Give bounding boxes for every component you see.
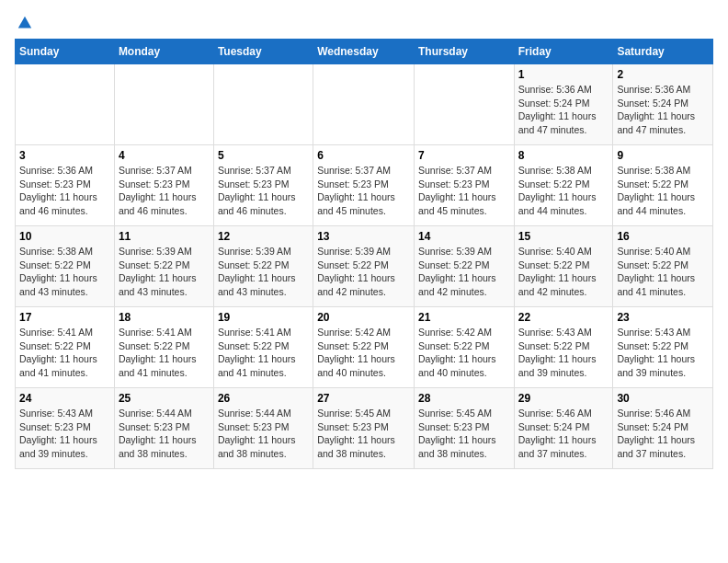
day-info: Sunrise: 5:38 AM Sunset: 5:22 PM Dayligh… xyxy=(518,164,609,218)
calendar-week-row: 10Sunrise: 5:38 AM Sunset: 5:22 PM Dayli… xyxy=(16,226,713,307)
day-info: Sunrise: 5:39 AM Sunset: 5:22 PM Dayligh… xyxy=(317,245,410,299)
day-info: Sunrise: 5:46 AM Sunset: 5:24 PM Dayligh… xyxy=(617,407,709,461)
day-number: 20 xyxy=(317,311,410,324)
day-info: Sunrise: 5:45 AM Sunset: 5:23 PM Dayligh… xyxy=(317,407,410,461)
calendar-cell: 27Sunrise: 5:45 AM Sunset: 5:23 PM Dayli… xyxy=(313,388,415,469)
day-number: 11 xyxy=(119,230,210,243)
calendar-cell: 9Sunrise: 5:38 AM Sunset: 5:22 PM Daylig… xyxy=(613,145,713,226)
day-info: Sunrise: 5:38 AM Sunset: 5:22 PM Dayligh… xyxy=(617,164,709,218)
day-number: 26 xyxy=(218,392,309,405)
day-number: 5 xyxy=(218,149,309,162)
calendar-cell xyxy=(313,64,415,145)
day-info: Sunrise: 5:41 AM Sunset: 5:22 PM Dayligh… xyxy=(19,326,110,380)
calendar-cell: 4Sunrise: 5:37 AM Sunset: 5:23 PM Daylig… xyxy=(114,145,213,226)
calendar-cell: 30Sunrise: 5:46 AM Sunset: 5:24 PM Dayli… xyxy=(613,388,713,469)
day-number: 13 xyxy=(317,230,410,243)
day-info: Sunrise: 5:40 AM Sunset: 5:22 PM Dayligh… xyxy=(617,245,709,299)
calendar-cell: 14Sunrise: 5:39 AM Sunset: 5:22 PM Dayli… xyxy=(414,226,514,307)
day-info: Sunrise: 5:40 AM Sunset: 5:22 PM Dayligh… xyxy=(518,245,609,299)
day-info: Sunrise: 5:43 AM Sunset: 5:22 PM Dayligh… xyxy=(617,326,709,380)
calendar-cell: 19Sunrise: 5:41 AM Sunset: 5:22 PM Dayli… xyxy=(213,307,313,388)
calendar-cell xyxy=(114,64,213,145)
calendar-cell: 7Sunrise: 5:37 AM Sunset: 5:23 PM Daylig… xyxy=(414,145,514,226)
day-header-thursday: Thursday xyxy=(414,40,514,64)
day-info: Sunrise: 5:46 AM Sunset: 5:24 PM Dayligh… xyxy=(518,407,609,461)
calendar-cell: 17Sunrise: 5:41 AM Sunset: 5:22 PM Dayli… xyxy=(16,307,115,388)
calendar-cell: 5Sunrise: 5:37 AM Sunset: 5:23 PM Daylig… xyxy=(213,145,313,226)
day-number: 10 xyxy=(19,230,110,243)
calendar-cell: 2Sunrise: 5:36 AM Sunset: 5:24 PM Daylig… xyxy=(613,64,713,145)
day-number: 23 xyxy=(617,311,709,324)
calendar-cell: 24Sunrise: 5:43 AM Sunset: 5:23 PM Dayli… xyxy=(16,388,115,469)
day-info: Sunrise: 5:36 AM Sunset: 5:23 PM Dayligh… xyxy=(19,164,110,218)
day-number: 16 xyxy=(617,230,709,243)
calendar-cell: 23Sunrise: 5:43 AM Sunset: 5:22 PM Dayli… xyxy=(613,307,713,388)
day-info: Sunrise: 5:44 AM Sunset: 5:23 PM Dayligh… xyxy=(119,407,210,461)
day-info: Sunrise: 5:39 AM Sunset: 5:22 PM Dayligh… xyxy=(218,245,309,299)
calendar-cell: 1Sunrise: 5:36 AM Sunset: 5:24 PM Daylig… xyxy=(514,64,613,145)
calendar-week-row: 1Sunrise: 5:36 AM Sunset: 5:24 PM Daylig… xyxy=(16,64,713,145)
calendar-cell: 8Sunrise: 5:38 AM Sunset: 5:22 PM Daylig… xyxy=(514,145,613,226)
day-info: Sunrise: 5:36 AM Sunset: 5:24 PM Dayligh… xyxy=(518,83,609,137)
calendar-cell: 10Sunrise: 5:38 AM Sunset: 5:22 PM Dayli… xyxy=(16,226,115,307)
day-number: 9 xyxy=(617,149,709,162)
calendar-cell: 29Sunrise: 5:46 AM Sunset: 5:24 PM Dayli… xyxy=(514,388,613,469)
day-number: 22 xyxy=(518,311,609,324)
day-header-friday: Friday xyxy=(514,40,613,64)
day-header-tuesday: Tuesday xyxy=(213,40,313,64)
day-number: 27 xyxy=(317,392,410,405)
calendar-cell: 28Sunrise: 5:45 AM Sunset: 5:23 PM Dayli… xyxy=(414,388,514,469)
day-info: Sunrise: 5:37 AM Sunset: 5:23 PM Dayligh… xyxy=(218,164,309,218)
day-number: 4 xyxy=(119,149,210,162)
day-info: Sunrise: 5:39 AM Sunset: 5:22 PM Dayligh… xyxy=(418,245,510,299)
day-number: 29 xyxy=(518,392,609,405)
day-header-sunday: Sunday xyxy=(16,40,115,64)
calendar-cell: 21Sunrise: 5:42 AM Sunset: 5:22 PM Dayli… xyxy=(414,307,514,388)
calendar-cell: 13Sunrise: 5:39 AM Sunset: 5:22 PM Dayli… xyxy=(313,226,415,307)
day-number: 3 xyxy=(19,149,110,162)
calendar-cell: 22Sunrise: 5:43 AM Sunset: 5:22 PM Dayli… xyxy=(514,307,613,388)
day-number: 12 xyxy=(218,230,309,243)
day-info: Sunrise: 5:37 AM Sunset: 5:23 PM Dayligh… xyxy=(317,164,410,218)
calendar-cell xyxy=(213,64,313,145)
day-info: Sunrise: 5:41 AM Sunset: 5:22 PM Dayligh… xyxy=(119,326,210,380)
day-number: 6 xyxy=(317,149,410,162)
day-number: 14 xyxy=(418,230,510,243)
calendar-cell: 15Sunrise: 5:40 AM Sunset: 5:22 PM Dayli… xyxy=(514,226,613,307)
day-info: Sunrise: 5:39 AM Sunset: 5:22 PM Dayligh… xyxy=(119,245,210,299)
calendar-cell: 6Sunrise: 5:37 AM Sunset: 5:23 PM Daylig… xyxy=(313,145,415,226)
day-info: Sunrise: 5:41 AM Sunset: 5:22 PM Dayligh… xyxy=(218,326,309,380)
day-header-saturday: Saturday xyxy=(613,40,713,64)
svg-marker-0 xyxy=(18,17,31,29)
day-info: Sunrise: 5:43 AM Sunset: 5:22 PM Dayligh… xyxy=(518,326,609,380)
day-number: 15 xyxy=(518,230,609,243)
day-info: Sunrise: 5:36 AM Sunset: 5:24 PM Dayligh… xyxy=(617,83,709,137)
calendar-cell: 16Sunrise: 5:40 AM Sunset: 5:22 PM Dayli… xyxy=(613,226,713,307)
calendar-cell: 18Sunrise: 5:41 AM Sunset: 5:22 PM Dayli… xyxy=(114,307,213,388)
calendar-cell xyxy=(16,64,115,145)
day-info: Sunrise: 5:44 AM Sunset: 5:23 PM Dayligh… xyxy=(218,407,309,461)
day-header-wednesday: Wednesday xyxy=(313,40,415,64)
calendar-week-row: 17Sunrise: 5:41 AM Sunset: 5:22 PM Dayli… xyxy=(16,307,713,388)
page-header xyxy=(15,15,713,31)
day-info: Sunrise: 5:45 AM Sunset: 5:23 PM Dayligh… xyxy=(418,407,510,461)
day-info: Sunrise: 5:43 AM Sunset: 5:23 PM Dayligh… xyxy=(19,407,110,461)
calendar-header-row: SundayMondayTuesdayWednesdayThursdayFrid… xyxy=(16,40,713,64)
day-number: 17 xyxy=(19,311,110,324)
day-info: Sunrise: 5:37 AM Sunset: 5:23 PM Dayligh… xyxy=(119,164,210,218)
day-number: 7 xyxy=(418,149,510,162)
day-info: Sunrise: 5:42 AM Sunset: 5:22 PM Dayligh… xyxy=(317,326,410,380)
day-header-monday: Monday xyxy=(114,40,213,64)
day-number: 25 xyxy=(119,392,210,405)
day-number: 28 xyxy=(418,392,510,405)
calendar-cell: 12Sunrise: 5:39 AM Sunset: 5:22 PM Dayli… xyxy=(213,226,313,307)
logo xyxy=(15,15,33,31)
day-number: 8 xyxy=(518,149,609,162)
day-number: 21 xyxy=(418,311,510,324)
calendar-cell: 20Sunrise: 5:42 AM Sunset: 5:22 PM Dayli… xyxy=(313,307,415,388)
day-number: 24 xyxy=(19,392,110,405)
day-info: Sunrise: 5:38 AM Sunset: 5:22 PM Dayligh… xyxy=(19,245,110,299)
day-number: 2 xyxy=(617,68,709,81)
day-number: 18 xyxy=(119,311,210,324)
calendar-week-row: 24Sunrise: 5:43 AM Sunset: 5:23 PM Dayli… xyxy=(16,388,713,469)
